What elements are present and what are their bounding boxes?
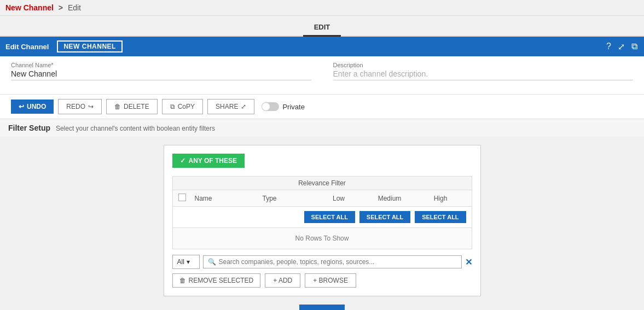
undo-arrow-icon: ↩ — [19, 103, 24, 110]
col-type-header: Type — [263, 195, 314, 202]
chevron-down-icon: ▾ — [187, 258, 190, 266]
private-toggle[interactable]: Private — [262, 102, 304, 111]
breadcrumb: New Channel > Edit — [0, 0, 644, 16]
redo-arrow-icon: ↪ — [88, 103, 94, 110]
breadcrumb-current: Edit — [68, 3, 81, 12]
all-dropdown[interactable]: All ▾ — [172, 255, 200, 269]
select-all-buttons: SELECT ALL SELECT ALL SELECT ALL — [304, 211, 466, 223]
filter-block: ✓ ANY OF THESE Relevance Filter Name Typ… — [164, 145, 481, 296]
channel-name-group: Channel Name* New Channel — [11, 62, 311, 80]
no-rows-message: No Rows To Show — [173, 228, 472, 249]
tab-bar: EDIT — [0, 16, 644, 37]
relevance-filter-label: Relevance Filter — [173, 177, 472, 190]
toggle-switch[interactable] — [262, 102, 279, 111]
filter-setup-title: Filter Setup — [8, 124, 50, 132]
description-label: Description — [333, 62, 634, 68]
search-row: All ▾ 🔍 ✕ — [172, 255, 472, 269]
relevance-section: Relevance Filter Name Type Low Medium Hi… — [172, 176, 472, 249]
add-button[interactable]: + ADD — [265, 273, 300, 288]
filter-setup-subtitle: Select your channel's content with boole… — [56, 125, 215, 132]
and-button[interactable]: + AND — [299, 305, 345, 310]
search-icon: 🔍 — [208, 258, 216, 266]
select-all-row: SELECT ALL SELECT ALL SELECT ALL — [173, 207, 472, 228]
copy-icon: ⧉ — [170, 103, 175, 110]
copy-button[interactable]: ⧉ CoPY — [162, 99, 203, 114]
breadcrumb-home[interactable]: New Channel — [5, 3, 54, 12]
action-row: 🗑 REMOVE SELECTED + ADD + BROWSE — [172, 273, 472, 288]
search-input-wrap: 🔍 — [203, 255, 462, 268]
col-low-header: Low — [314, 195, 364, 202]
any-of-these-button[interactable]: ✓ ANY OF THESE — [172, 154, 245, 168]
col-name-header: Name — [195, 195, 263, 202]
description-group: Description Enter a channel description. — [333, 62, 634, 80]
expand-icon[interactable]: ⤢ — [617, 40, 626, 53]
search-input[interactable] — [219, 258, 457, 266]
edit-channel-label: Edit Channel — [5, 43, 49, 51]
col-high-header: High — [415, 195, 466, 202]
private-label: Private — [282, 103, 304, 111]
channel-name-label: Channel Name* — [11, 62, 311, 68]
share-icon: ⤢ — [241, 103, 246, 110]
select-all-checkbox[interactable] — [178, 194, 186, 201]
tab-edit[interactable]: EDIT — [303, 20, 341, 36]
clear-search-button[interactable]: ✕ — [465, 257, 472, 267]
toolbar: ↩ UNDO REDO ↪ 🗑 DELETE ⧉ CoPY SHARE ⤢ Pr… — [0, 95, 644, 119]
header-bar: Edit Channel NEW CHANNEL ? ⤢ ⧉ — [0, 37, 644, 56]
new-channel-button[interactable]: NEW CHANNEL — [57, 40, 123, 52]
trash-icon: 🗑 — [179, 277, 186, 284]
filter-setup-bar: Filter Setup Select your channel's conte… — [0, 119, 644, 137]
redo-button[interactable]: REDO ↪ — [58, 99, 102, 114]
description-value[interactable]: Enter a channel description. — [333, 69, 634, 80]
external-link-icon[interactable]: ⧉ — [630, 40, 639, 52]
remove-selected-button[interactable]: 🗑 REMOVE SELECTED — [172, 273, 261, 288]
breadcrumb-separator: > — [59, 3, 63, 12]
browse-button[interactable]: + BROWSE — [305, 273, 356, 288]
table-header-row: Name Type Low Medium High — [173, 190, 472, 207]
share-button[interactable]: SHARE ⤢ — [207, 99, 254, 114]
and-button-wrap: + AND — [299, 305, 345, 310]
select-all-medium-button[interactable]: SELECT ALL — [359, 211, 410, 223]
header-icons: ? ⤢ ⧉ — [605, 40, 639, 53]
checkmark-icon: ✓ — [180, 157, 185, 165]
undo-button[interactable]: ↩ UNDO — [11, 100, 54, 114]
select-all-high-button[interactable]: SELECT ALL — [415, 211, 466, 223]
channel-name-value[interactable]: New Channel — [11, 69, 311, 80]
delete-button[interactable]: 🗑 DELETE — [106, 99, 158, 114]
delete-icon: 🗑 — [114, 103, 121, 110]
main-content: ✓ ANY OF THESE Relevance Filter Name Typ… — [0, 137, 644, 310]
help-icon[interactable]: ? — [605, 40, 612, 52]
select-all-low-button[interactable]: SELECT ALL — [304, 211, 355, 223]
form-area: Channel Name* New Channel Description En… — [0, 56, 644, 95]
col-medium-header: Medium — [364, 195, 415, 202]
